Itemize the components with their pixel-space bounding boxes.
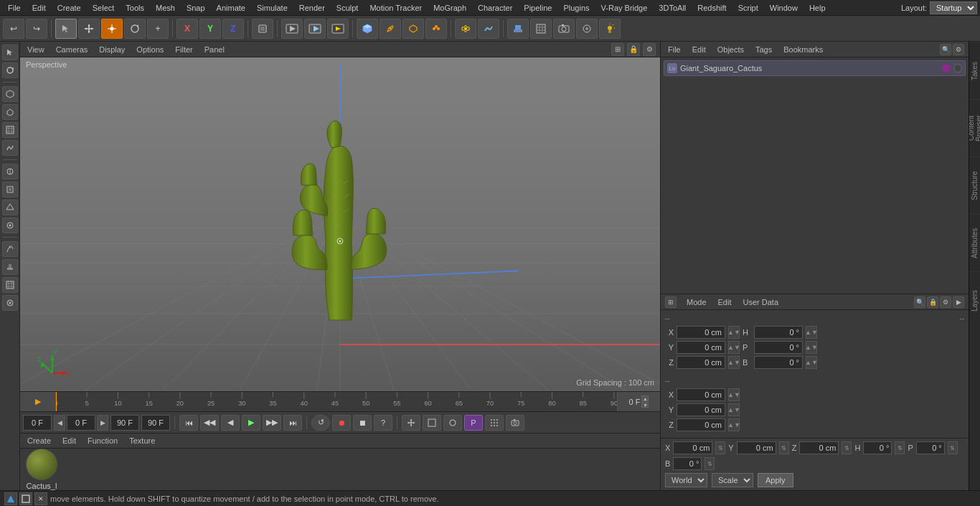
world-y-stepper[interactable]: ⇅ (779, 441, 789, 454)
pen-button[interactable] (380, 19, 401, 39)
scale-z-stepper[interactable]: ▲▼ (728, 418, 740, 431)
play-reverse-button[interactable]: ◀ (221, 415, 240, 431)
pos-y-input[interactable] (677, 341, 725, 354)
display-button[interactable] (576, 19, 598, 39)
rotate-button-pb[interactable] (443, 415, 462, 431)
attributes-mode-btn[interactable]: Mode (684, 297, 710, 307)
tab-attributes[interactable]: Attributes (969, 214, 980, 271)
rotate-tool-button[interactable] (124, 19, 146, 39)
paint-button[interactable] (455, 19, 476, 39)
menu-mesh[interactable]: Mesh (151, 2, 180, 14)
world-p-stepper[interactable]: ⇅ (948, 441, 958, 454)
world-b-stepper[interactable]: ⇅ (705, 457, 715, 470)
menu-snap[interactable]: Snap (182, 2, 210, 14)
objects-objects-btn[interactable]: Objects (715, 44, 747, 55)
select-button-pb[interactable] (423, 415, 441, 431)
frame-end2-input[interactable] (141, 415, 170, 431)
menu-simulate[interactable]: Simulate (252, 2, 293, 14)
material-create-btn[interactable]: Create (24, 436, 54, 446)
redo-button[interactable]: ↪ (26, 19, 47, 39)
add-tool-button[interactable]: + (147, 19, 169, 39)
scale-z-input[interactable] (677, 418, 725, 431)
undo-button[interactable]: ↩ (3, 19, 24, 39)
menu-motion-tracker[interactable]: Motion Tracker (364, 2, 427, 14)
menu-script[interactable]: Script (733, 2, 763, 14)
rot-b-input[interactable] (754, 356, 803, 369)
render-region-button[interactable] (281, 19, 303, 39)
attributes-userdata-btn[interactable]: User Data (740, 297, 782, 307)
object-material-dot[interactable] (942, 64, 951, 72)
step-forward-button[interactable]: ▶▶ (263, 415, 281, 431)
camera-button-pb[interactable] (506, 415, 524, 431)
sidebar-icon-6[interactable] (2, 182, 18, 197)
scale-select[interactable]: Scale (712, 473, 753, 487)
attributes-more-icon[interactable]: ▶ (953, 296, 964, 308)
rot-h-input[interactable] (754, 326, 803, 339)
sidebar-deform-icon[interactable] (2, 140, 18, 156)
menu-file[interactable]: File (3, 2, 26, 14)
menu-3dtoall[interactable]: 3DToAll (654, 2, 691, 14)
y-axis-button[interactable]: Y (199, 19, 221, 39)
menu-window[interactable]: Window (765, 2, 803, 14)
stop-button[interactable]: ⏹ (353, 415, 372, 431)
menu-create[interactable]: Create (52, 2, 86, 14)
object-mode-button[interactable] (252, 19, 273, 39)
world-x-stepper[interactable]: ⇅ (715, 441, 725, 454)
record-button[interactable]: ⏺ (332, 415, 351, 431)
cameras-menu[interactable]: Cameras (53, 44, 91, 55)
frame-current-input[interactable] (67, 415, 95, 431)
scale-y-stepper[interactable]: ▲▼ (728, 403, 740, 416)
render-picture-button[interactable] (304, 19, 326, 39)
material-function-btn[interactable]: Function (85, 436, 121, 446)
sidebar-icon-5[interactable] (2, 164, 18, 179)
floor-button[interactable] (507, 19, 529, 39)
pos-y-stepper[interactable]: ▲▼ (728, 341, 740, 354)
attributes-search-icon[interactable]: 🔍 (914, 296, 925, 308)
menu-plugins[interactable]: Plugins (558, 2, 594, 14)
material-texture-btn[interactable]: Texture (126, 436, 158, 446)
viewport-icon-expand[interactable]: ⊞ (611, 43, 624, 56)
tab-layers[interactable]: Layers (969, 271, 980, 329)
step-back-button[interactable]: ◀◀ (200, 415, 219, 431)
help-button[interactable]: ? (374, 415, 392, 431)
pos-x-input[interactable] (677, 326, 725, 339)
layout-select[interactable]: Startup (930, 1, 977, 14)
sidebar-select-icon[interactable] (2, 44, 18, 60)
dotgrid-button-pb[interactable] (485, 415, 504, 431)
grid-button[interactable] (530, 19, 552, 39)
sidebar-grid-icon[interactable] (2, 122, 18, 138)
rot-b-stepper[interactable]: ▲▼ (806, 356, 817, 369)
pos-x-stepper[interactable]: ▲▼ (728, 326, 740, 339)
menu-render[interactable]: Render (294, 2, 330, 14)
view-menu[interactable]: View (24, 44, 47, 55)
loop-button[interactable]: ↺ (311, 415, 330, 431)
objects-edit-btn[interactable]: Edit (689, 44, 709, 55)
sidebar-shape-icon[interactable] (2, 104, 18, 120)
goto-end-button[interactable]: ⏭ (283, 415, 302, 431)
status-icon-close[interactable]: ✕ (34, 492, 47, 505)
frame-start-input[interactable] (23, 415, 52, 431)
world-h-stepper[interactable]: ⇅ (895, 441, 905, 454)
tab-structure[interactable]: Structure (969, 156, 980, 214)
panel-menu[interactable]: Panel (202, 44, 227, 55)
attributes-settings-icon[interactable]: ⚙ (940, 296, 951, 308)
menu-redshift[interactable]: Redshift (692, 2, 731, 14)
pos-z-stepper[interactable]: ▲▼ (728, 356, 740, 369)
menu-mograph[interactable]: MoGraph (428, 2, 471, 14)
filter-menu[interactable]: Filter (172, 44, 195, 55)
world-y-input[interactable] (737, 441, 776, 454)
menu-character[interactable]: Character (473, 2, 517, 14)
scale-x-input[interactable] (677, 388, 725, 401)
objects-bookmarks-btn[interactable]: Bookmarks (781, 44, 826, 55)
menu-animate[interactable]: Animate (212, 2, 250, 14)
timeline-ruler[interactable]: 0 5 10 15 20 25 (56, 392, 617, 411)
menu-vray[interactable]: V-Ray Bridge (596, 2, 653, 14)
pos-z-input[interactable] (677, 356, 725, 369)
rot-p-input[interactable] (754, 341, 803, 354)
deformer-button[interactable] (402, 19, 424, 39)
viewport-icon-lock[interactable]: 🔒 (627, 43, 640, 56)
objects-settings-icon[interactable]: ⚙ (953, 44, 964, 55)
sidebar-icon-9[interactable] (2, 241, 18, 257)
world-p-input[interactable] (916, 441, 945, 454)
object-row-cactus[interactable]: Lo Giant_Saguaro_Cactus (664, 60, 966, 76)
